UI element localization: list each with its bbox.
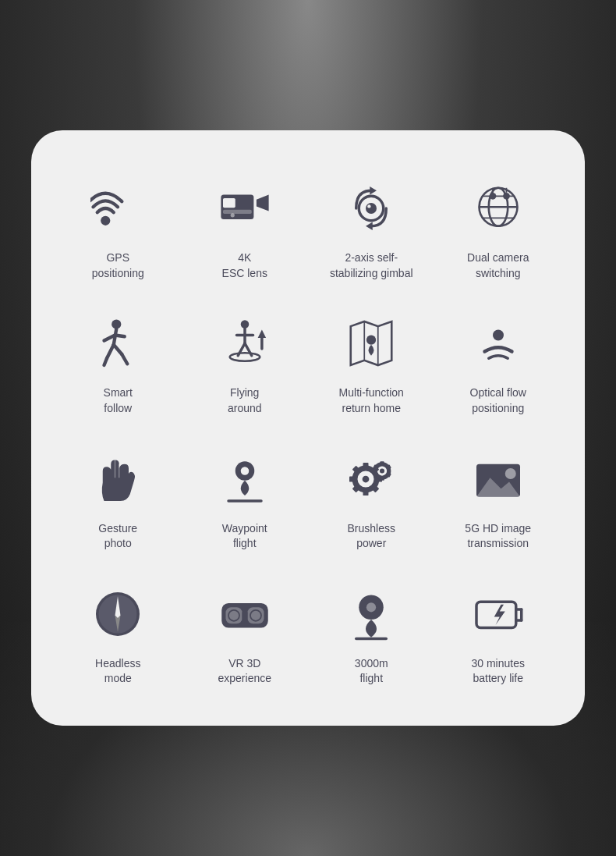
vr-icon	[214, 583, 276, 645]
svg-rect-2	[223, 198, 235, 208]
feature-gps: GPSpositioning	[55, 162, 182, 289]
feature-4k: 4KESC lens	[182, 162, 309, 289]
svg-line-24	[107, 345, 114, 359]
gesture-icon	[87, 448, 149, 510]
gear-icon	[340, 448, 402, 510]
location-icon	[340, 583, 402, 645]
4k-label: 4KESC lens	[222, 250, 267, 281]
svg-point-40	[493, 330, 504, 341]
svg-rect-3	[223, 210, 252, 214]
feature-5g-hd: 5G HD imagetransmission	[435, 432, 562, 559]
flying-around-label: Flyingaround	[228, 385, 262, 416]
gimbal-icon	[340, 177, 402, 240]
svg-marker-4	[257, 195, 269, 211]
image-icon	[467, 448, 529, 510]
feature-waypoint: Waypointflight	[182, 432, 309, 559]
brushless-label: Brushlesspower	[348, 521, 395, 552]
svg-point-8	[367, 204, 370, 208]
svg-point-47	[363, 475, 370, 482]
svg-point-0	[101, 216, 110, 226]
svg-point-57	[380, 468, 384, 473]
battery-label: 30 minutesbattery life	[472, 656, 525, 687]
svg-marker-85	[494, 604, 505, 624]
5g-hd-label: 5G HD imagetransmission	[465, 521, 531, 552]
svg-rect-48	[363, 463, 369, 468]
svg-rect-58	[381, 461, 384, 465]
gps-icon	[87, 177, 149, 240]
waypoint-label: Waypointflight	[222, 521, 267, 552]
features-card: GPSpositioning 4KESC lens	[31, 130, 585, 726]
feature-headless: Headlessmode	[55, 567, 182, 694]
svg-rect-54	[349, 476, 355, 481]
svg-line-25	[104, 359, 108, 366]
features-grid: GPSpositioning 4KESC lens	[55, 162, 561, 694]
svg-point-7	[366, 203, 377, 214]
3000m-label: 3000mflight	[355, 656, 388, 687]
svg-rect-61	[381, 476, 384, 480]
svg-rect-52	[363, 490, 369, 495]
svg-point-17	[503, 193, 510, 200]
svg-point-39	[366, 336, 376, 345]
feature-brushless: Brushlesspower	[308, 432, 435, 559]
compass-icon	[87, 583, 149, 645]
camera-icon	[214, 177, 276, 240]
svg-point-16	[489, 193, 496, 200]
gps-label: GPSpositioning	[92, 250, 144, 281]
optical-flow-label: Optical flowpositioning	[470, 385, 526, 416]
optical-icon	[467, 312, 529, 375]
svg-point-33	[230, 353, 260, 362]
return-home-label: Multi-functionreturn home	[339, 385, 404, 416]
svg-point-5	[230, 213, 234, 217]
battery-icon	[467, 583, 529, 645]
svg-marker-9	[370, 186, 377, 195]
vr-label: VR 3Dexperience	[218, 656, 272, 687]
feature-optical-flow: Optical flowpositioning	[435, 297, 562, 424]
svg-line-26	[114, 345, 122, 354]
gesture-label: Gesturephoto	[98, 521, 137, 552]
feature-battery: 30 minutesbattery life	[435, 567, 562, 694]
svg-marker-35	[257, 330, 266, 339]
map-icon	[340, 312, 402, 375]
svg-rect-74	[242, 611, 247, 620]
rotate-icon	[214, 312, 276, 375]
svg-line-27	[122, 354, 128, 364]
svg-point-44	[241, 467, 250, 475]
waypoint-icon	[214, 448, 276, 510]
svg-point-66	[505, 468, 516, 479]
svg-line-23	[115, 336, 125, 337]
walk-icon	[87, 312, 149, 375]
dual-camera-icon	[467, 177, 529, 240]
svg-point-78	[366, 602, 376, 612]
feature-vr: VR 3Dexperience	[182, 567, 309, 694]
feature-return-home: Multi-functionreturn home	[308, 297, 435, 424]
svg-marker-10	[366, 222, 373, 231]
feature-dual-camera: Dual cameraswitching	[435, 162, 562, 289]
feature-smart-follow: Smartfollow	[55, 297, 182, 424]
feature-gesture: Gesturephoto	[55, 432, 182, 559]
feature-flying-around: Flyingaround	[182, 297, 309, 424]
gimbal-label: 2-axis self-stabilizing gimbal	[330, 250, 413, 281]
smart-follow-label: Smartfollow	[104, 385, 133, 416]
dual-camera-label: Dual cameraswitching	[467, 250, 529, 281]
feature-3000m: 3000mflight	[308, 567, 435, 694]
feature-gimbal: 2-axis self-stabilizing gimbal	[308, 162, 435, 289]
headless-label: Headlessmode	[95, 656, 140, 687]
